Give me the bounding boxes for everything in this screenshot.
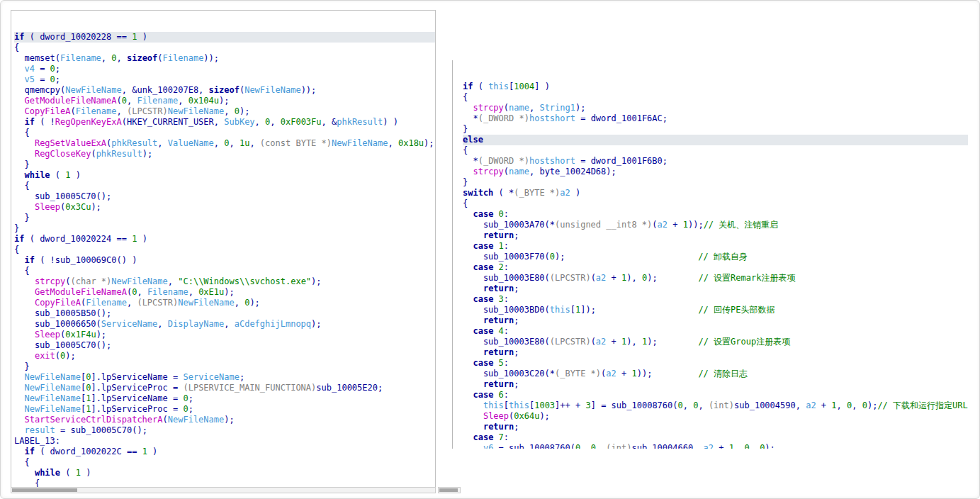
code-token: : [504,209,509,219]
code-line[interactable]: case 4: [463,326,968,337]
code-line[interactable]: NewFileName[1].lpServiceProc = 0; [14,404,435,415]
code-token: , [101,53,111,63]
code-token: : [504,326,509,336]
code-line[interactable]: { [14,457,435,468]
code-line[interactable]: return; [463,315,968,326]
code-line[interactable]: result = sub_10005C70(); [14,425,435,436]
code-line[interactable]: return; [463,347,968,358]
code-line[interactable]: { [14,181,435,191]
code-line[interactable]: qmemcpy(NewFileName, &unk_100207E8, size… [14,85,435,96]
code-line[interactable]: sub_10003F70(0); // 卸载自身 [463,252,968,262]
code-line[interactable]: while ( 1 ) [14,468,435,478]
scrollbar-thumb[interactable] [439,488,458,492]
code-line[interactable]: Sleep(0x64u); [463,411,968,422]
code-token: phkResult [111,138,157,148]
code-line[interactable]: if ( dword_10020224 == 1 ) [14,234,435,245]
code-line[interactable]: strcpy(name, String1); [463,103,968,113]
code-token: , [127,96,137,106]
code-token: GetModuleFileNameA [35,287,127,297]
code-line[interactable]: } [14,213,435,223]
code-line[interactable]: strcpy((char *)NewFileName, "C:\\Windows… [14,276,435,287]
code-line[interactable]: GetModuleFileNameA(0, Filename, 0x104u); [14,96,435,106]
code-line[interactable]: v4 = 0; [14,64,435,74]
code-line[interactable]: switch ( *(_BYTE *)a2 ) [463,188,968,198]
code-line[interactable]: { [463,198,968,209]
code-line[interactable]: if ( dword_1002022C == 1 ) [14,447,435,457]
code-line[interactable]: sub_10003BD0(this[1]); // 回传PE头部数据 [463,305,968,315]
code-line[interactable]: NewFileName[0].lpServiceProc = (LPSERVIC… [14,383,435,393]
code-token: this [509,400,529,410]
code-line[interactable]: NewFileName[1].lpServiceName = 0; [14,393,435,404]
code-line[interactable]: return; [463,379,968,390]
code-line[interactable]: } [14,159,435,170]
code-token: ; [55,64,60,74]
code-line[interactable]: CopyFileA(Filename, (LPCSTR)NewFileName,… [14,106,435,117]
code-line[interactable]: case 7: [463,432,968,443]
code-line[interactable]: Sleep(0x3Cu); [14,202,435,213]
code-line[interactable]: { [14,266,435,276]
code-line[interactable]: sub_10003E80((LPCSTR)(a2 + 1), 0); // 设置… [463,273,968,284]
code-line[interactable]: while ( 1 ) [14,170,435,181]
code-line[interactable]: case 2: [463,262,968,273]
code-line[interactable]: { [463,92,968,103]
code-line[interactable]: Sleep(0x1F4u); [14,330,435,340]
code-line[interactable]: *(_DWORD *)hostshort = dword_1001F6AC; [463,113,968,124]
code-line[interactable]: RegCloseKey(phkResult); [14,149,435,159]
code-line[interactable]: if ( !RegOpenKeyExA(HKEY_CURRENT_USER, S… [14,117,435,128]
code-line[interactable]: sub_10003E80((LPCSTR)(a2 + 1), 1); // 设置… [463,337,968,347]
code-line[interactable]: exit(0); [14,351,435,361]
horizontal-scrollbar-divider[interactable] [438,487,461,493]
code-line[interactable]: CopyFileA(Filename, (LPCSTR)NewFileName,… [14,298,435,308]
code-line[interactable]: this[this[1003]++ + 3] = sub_10008760(0,… [463,400,968,411]
code-line[interactable]: } [14,361,435,372]
code-line[interactable]: sub_10006650(ServiceName, DisplayName, a… [14,319,435,330]
code-line[interactable]: StartServiceCtrlDispatcherA(NewFileName)… [14,415,435,425]
code-line[interactable]: case 5: [463,358,968,369]
code-line[interactable]: if ( this[1004] ) [463,82,968,92]
horizontal-scrollbar-left[interactable] [11,487,436,493]
code-line[interactable]: RegSetValueExA(phkResult, ValueName, 0, … [14,138,435,149]
code-line[interactable]: NewFileName[0].lpServiceName = ServiceNa… [14,372,435,383]
code-line[interactable]: return; [463,422,968,432]
code-line[interactable]: return; [463,284,968,294]
code-line[interactable]: strcpy(name, byte_10024D68); [463,167,968,177]
code-token [463,411,483,421]
code-line[interactable]: v6 = sub_10008760(0, 0, (int)sub_1000466… [463,443,968,449]
code-line[interactable]: { [14,128,435,138]
code-token: ) [570,188,580,198]
code-line[interactable]: sub_10005C70(); [14,191,435,202]
code-line[interactable]: v5 = 0; [14,74,435,85]
code-token: ); [65,351,75,361]
code-line[interactable]: return; [463,230,968,241]
code-line[interactable]: if ( dword_10020228 == 1 ) [14,32,435,43]
code-line[interactable]: sub_10005B50(); [14,308,435,319]
code-line[interactable]: case 0: [463,209,968,220]
code-token: ); [555,252,698,262]
code-line[interactable]: { [14,245,435,255]
code-line[interactable]: } [463,124,968,135]
code-line[interactable]: LABEL_13: [14,436,435,447]
code-token: , [698,400,708,410]
code-line[interactable]: *(_DWORD *)hostshort = dword_1001F6B0; [463,156,968,167]
code-line[interactable]: { [14,43,435,53]
code-line[interactable]: sub_10003C20(*(_BYTE *)(a2 + 1)); // 清除日… [463,369,968,379]
code-line[interactable]: sub_10005C70(); [14,340,435,351]
code-line[interactable]: { [14,478,435,487]
decompiler-pane-right[interactable]: if ( this[1004] ){ strcpy(name, String1)… [452,60,968,449]
decompiler-pane-left[interactable]: if ( dword_10020228 == 1 ){ memset(Filen… [11,10,436,487]
code-line[interactable]: GetModuleFileNameA(0, Filename, 0xE1u); [14,287,435,298]
code-line[interactable]: } [463,177,968,188]
code-token: 1 [499,241,504,251]
code-line[interactable]: if ( !sub_100069C0() ) [14,255,435,266]
code-token: case [473,432,493,442]
code-line[interactable]: else [463,135,968,145]
code-token: 0 [183,404,188,414]
scrollbar-thumb[interactable] [12,488,77,492]
code-line[interactable]: memset(Filename, 0, sizeof(Filename)); [14,53,435,64]
code-line[interactable]: } [14,223,435,234]
code-line[interactable]: sub_10003A70(*(unsigned __int8 *)(a2 + 1… [463,220,968,230]
code-line[interactable]: case 3: [463,294,968,305]
code-line[interactable]: { [463,145,968,156]
code-line[interactable]: case 6: [463,390,968,400]
code-line[interactable]: case 1: [463,241,968,252]
